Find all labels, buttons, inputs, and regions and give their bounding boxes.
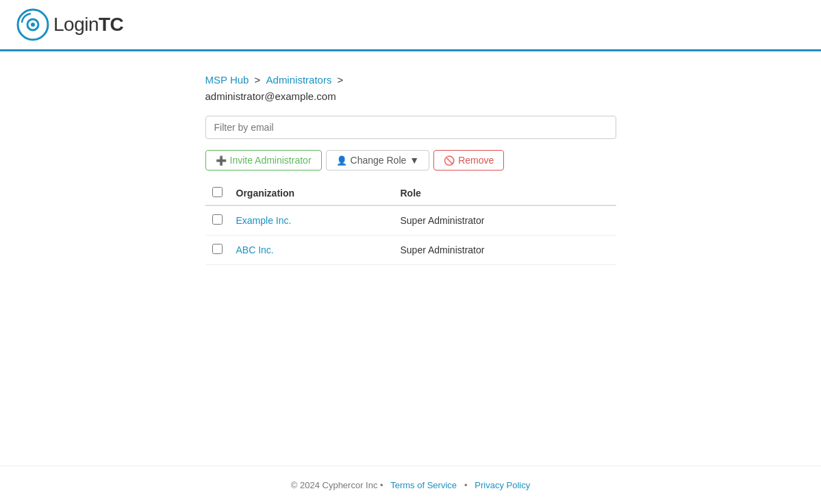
row-checkbox-cell: [205, 236, 229, 265]
logo-text: LoginTC: [53, 14, 123, 36]
table-body: Example Inc.Super AdministratorABC Inc.S…: [205, 205, 616, 265]
plus-icon: ➕: [216, 155, 227, 166]
table-header-checkbox-col: [205, 181, 229, 205]
breadcrumb-administrators[interactable]: Administrators: [266, 74, 332, 86]
breadcrumb: MSP Hub > Administrators > administrator…: [205, 72, 616, 105]
table-header-role: Role: [393, 181, 616, 205]
logo: LoginTC: [16, 8, 805, 41]
org-link[interactable]: ABC Inc.: [236, 244, 274, 255]
table-row: ABC Inc.Super Administrator: [205, 236, 616, 265]
content-wrapper: MSP Hub > Administrators > administrator…: [205, 72, 616, 265]
logintc-logo-icon: [16, 8, 49, 41]
footer-separator: •: [464, 480, 468, 490]
remove-label: Remove: [458, 155, 494, 166]
filter-email-input[interactable]: [205, 116, 616, 139]
table-header-org: Organization: [229, 181, 394, 205]
row-role-cell: Super Administrator: [393, 205, 616, 236]
footer-copyright: © 2024 Cyphercor Inc •: [291, 480, 383, 490]
breadcrumb-separator-1: >: [255, 74, 264, 86]
row-role-cell: Super Administrator: [393, 236, 616, 265]
terms-of-service-link[interactable]: Terms of Service: [390, 480, 457, 490]
row-checkbox-0[interactable]: [212, 214, 223, 225]
site-footer: © 2024 Cyphercor Inc • Terms of Service …: [0, 466, 821, 504]
row-org-cell: ABC Inc.: [229, 236, 394, 265]
table-header-row: Organization Role: [205, 181, 616, 205]
org-link[interactable]: Example Inc.: [236, 215, 292, 226]
change-role-label: Change Role: [351, 155, 407, 166]
svg-point-2: [31, 23, 35, 27]
person-icon: 👤: [336, 155, 347, 166]
row-org-cell: Example Inc.: [229, 205, 394, 236]
table-row: Example Inc.Super Administrator: [205, 205, 616, 236]
change-role-button[interactable]: 👤 Change Role ▼: [326, 150, 430, 171]
breadcrumb-current: administrator@example.com: [205, 88, 616, 105]
row-checkbox-cell: [205, 205, 229, 236]
breadcrumb-msp-hub[interactable]: MSP Hub: [205, 74, 249, 86]
invite-administrator-button[interactable]: ➕ Invite Administrator: [205, 150, 322, 171]
breadcrumb-separator-2: >: [338, 74, 344, 86]
row-checkbox-1[interactable]: [212, 244, 223, 254]
remove-button[interactable]: 🚫 Remove: [433, 150, 504, 171]
remove-icon: 🚫: [444, 155, 455, 166]
select-all-checkbox[interactable]: [212, 187, 223, 197]
organizations-table: Organization Role Example Inc.Super Admi…: [205, 181, 616, 265]
main-content: MSP Hub > Administrators > administrator…: [0, 51, 821, 466]
action-buttons: ➕ Invite Administrator 👤 Change Role ▼ 🚫…: [205, 150, 616, 171]
logo-text-bold: TC: [99, 14, 123, 35]
site-header: LoginTC: [0, 0, 821, 51]
privacy-policy-link[interactable]: Privacy Policy: [475, 480, 530, 490]
dropdown-caret-icon: ▼: [409, 155, 419, 166]
logo-text-light: Login: [53, 14, 99, 35]
invite-button-label: Invite Administrator: [230, 155, 312, 166]
